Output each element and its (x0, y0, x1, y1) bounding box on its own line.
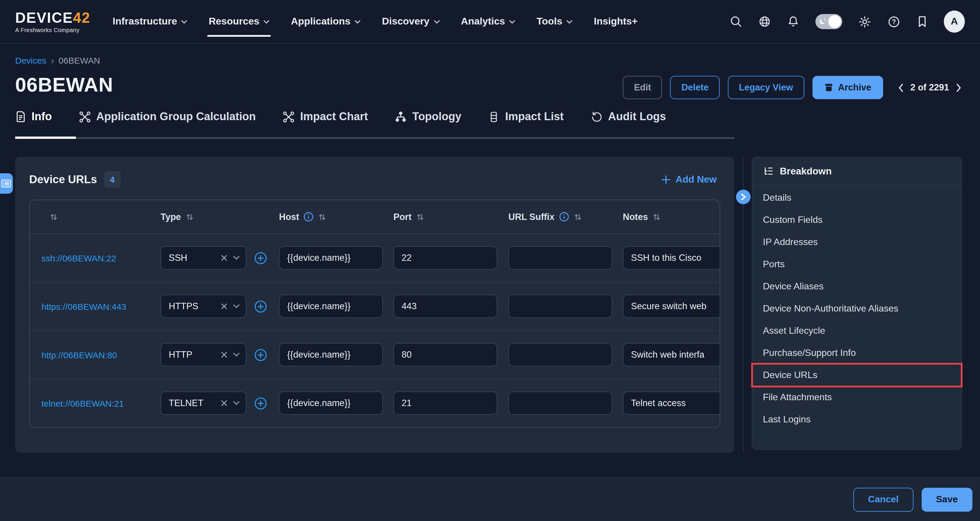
tab-topology[interactable]: Topology (395, 110, 461, 123)
add-type-button[interactable] (254, 300, 267, 313)
sidebar-item-custom-fields[interactable]: Custom Fields (752, 209, 961, 231)
notes-input[interactable] (623, 343, 720, 366)
tab-info[interactable]: Info (15, 110, 52, 123)
bookmark-icon[interactable] (916, 15, 928, 28)
sidebar-item-device-urls[interactable]: Device URLs (752, 364, 961, 386)
port-input[interactable] (393, 295, 497, 318)
clear-icon[interactable] (221, 303, 228, 310)
device42-app: DEVICE42 A Freshworks Company Infrastruc… (0, 0, 980, 521)
settings-gear-icon[interactable] (858, 15, 872, 28)
chevron-down-icon[interactable] (233, 353, 240, 357)
notes-input[interactable] (623, 295, 720, 318)
chevron-down-icon (264, 19, 270, 24)
nav-item-discovery[interactable]: Discovery (382, 11, 440, 32)
type-select[interactable]: HTTPS (161, 295, 246, 318)
column-header-host[interactable]: Host (267, 211, 382, 222)
tab-impact-chart[interactable]: Impact Chart (283, 110, 368, 123)
info-icon[interactable] (304, 212, 314, 222)
archive-button[interactable]: Archive (813, 76, 883, 99)
port-input[interactable] (393, 343, 497, 366)
sidebar-item-ip-addresses[interactable]: IP Addresses (752, 231, 961, 253)
type-select[interactable]: SSH (161, 246, 246, 270)
sort-icon (652, 213, 661, 221)
clear-icon[interactable] (221, 400, 228, 407)
column-header-type[interactable]: Type (149, 211, 267, 222)
left-panel-toggle[interactable] (0, 173, 13, 194)
nav-item-resources[interactable]: Resources (208, 11, 270, 32)
chevron-down-icon[interactable] (233, 304, 240, 309)
sidebar-item-file-attachments[interactable]: File Attachments (752, 386, 961, 408)
url-suffix-input[interactable] (508, 246, 612, 270)
chevron-right-icon (740, 193, 746, 201)
previous-record-icon[interactable] (897, 82, 904, 93)
add-type-button[interactable] (254, 348, 267, 361)
nav-item-analytics[interactable]: Analytics (461, 11, 515, 32)
type-select-value: HTTP (169, 349, 192, 360)
type-select[interactable]: TELNET (161, 391, 246, 415)
host-input[interactable] (279, 343, 383, 366)
sidebar-item-device-aliases[interactable]: Device Aliases (752, 275, 961, 297)
device42-logo[interactable]: DEVICE42 A Freshworks Company (15, 10, 91, 33)
url-suffix-input[interactable] (508, 343, 612, 366)
column-header-notes[interactable]: Notes (611, 211, 720, 222)
next-record-icon[interactable] (955, 82, 963, 93)
tab-impact-list[interactable]: Impact List (488, 110, 564, 123)
device-url-link[interactable]: telnet://06BEWAN:21 (41, 398, 124, 408)
port-input[interactable] (393, 246, 497, 270)
info-icon[interactable] (559, 212, 569, 222)
url-suffix-input[interactable] (508, 295, 612, 318)
nav-item-infrastructure[interactable]: Infrastructure (113, 11, 188, 32)
globe-icon[interactable] (758, 15, 771, 28)
notes-input[interactable] (623, 391, 720, 415)
port-input[interactable] (393, 391, 497, 415)
plus-circle-icon (254, 251, 267, 265)
nav-item-tools[interactable]: Tools (537, 11, 573, 32)
chevron-down-icon[interactable] (233, 401, 240, 405)
tab-application-group-calculation[interactable]: Application Group Calculation (79, 110, 256, 123)
notes-input[interactable] (623, 246, 720, 270)
host-input[interactable] (279, 246, 383, 270)
column-header-port[interactable]: Port (382, 211, 497, 222)
cancel-button[interactable]: Cancel (853, 488, 913, 511)
tab-audit-logs[interactable]: Audit Logs (591, 110, 666, 123)
breadcrumb-devices-link[interactable]: Devices (15, 56, 46, 65)
legacy-view-button[interactable]: Legacy View (728, 76, 804, 99)
host-input[interactable] (279, 391, 383, 415)
user-avatar[interactable]: A (944, 11, 965, 33)
notifications-bell-icon[interactable] (787, 15, 800, 28)
breadcrumb-current: 06BEWAN (59, 56, 100, 65)
sidebar-item-details[interactable]: Details (752, 187, 961, 209)
sidebar-item-device-non-authoritative-aliases[interactable]: Device Non-Authoritative Aliases (752, 297, 961, 320)
device-url-link[interactable]: ssh://06BEWAN:22 (41, 253, 116, 263)
url-suffix-input[interactable] (508, 391, 612, 415)
help-icon[interactable]: ? (887, 15, 900, 28)
delete-button[interactable]: Delete (670, 76, 720, 99)
type-select[interactable]: HTTP (161, 343, 246, 366)
host-input[interactable] (279, 295, 383, 318)
add-type-button[interactable] (254, 251, 267, 265)
dark-mode-toggle[interactable] (815, 14, 842, 29)
edit-button[interactable]: Edit (623, 76, 662, 99)
save-button[interactable]: Save (921, 488, 972, 511)
clear-icon[interactable] (221, 351, 228, 358)
device-url-link[interactable]: http://06BEWAN:80 (41, 350, 117, 360)
chevron-down-icon (566, 19, 573, 24)
topology-icon (395, 111, 407, 123)
sidebar-item-asset-lifecycle[interactable]: Asset Lifecycle (752, 320, 961, 342)
clear-icon[interactable] (221, 254, 228, 261)
sidebar-item-ports[interactable]: Ports (752, 253, 961, 275)
expand-panel-button[interactable] (736, 190, 751, 204)
chevron-down-icon (433, 19, 440, 24)
add-new-button[interactable]: Add New (658, 173, 720, 186)
device-url-link[interactable]: https://06BEWAN:443 (41, 301, 126, 311)
chevron-down-icon[interactable] (233, 256, 240, 260)
content-area: Device URLs 4 Add New Type (0, 157, 980, 453)
nav-item-insights[interactable]: Insights+ (594, 11, 638, 32)
sidebar-item-purchase-support-info[interactable]: Purchase/Support Info (752, 342, 961, 364)
column-header-url-suffix[interactable]: URL Suffix (497, 211, 611, 222)
sidebar-item-last-logins[interactable]: Last Logins (752, 408, 961, 430)
search-icon[interactable] (730, 15, 743, 28)
nav-item-applications[interactable]: Applications (291, 11, 361, 32)
add-type-button[interactable] (254, 396, 267, 410)
column-header-url[interactable] (30, 213, 149, 221)
